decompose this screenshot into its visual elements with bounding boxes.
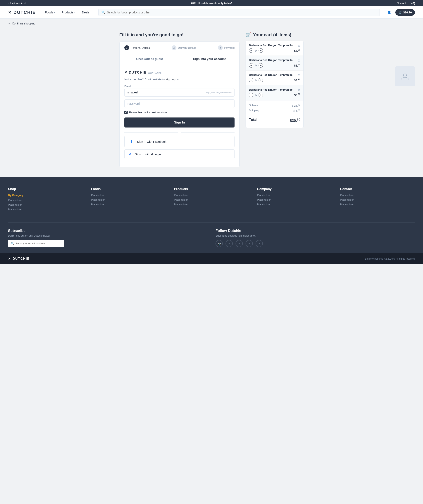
search-bar[interactable]: 🔍 — [98, 9, 380, 16]
cart-icon: 🛒 — [399, 11, 402, 14]
password-input[interactable] — [124, 99, 235, 108]
item-price: $8.90 — [294, 49, 300, 52]
cart-card: Berberana Red Dragon Tempranillo ⊗ − 1x … — [246, 41, 304, 128]
cart-button[interactable]: 🛒 $26.70 — [395, 9, 415, 16]
remove-item-button[interactable]: ⊗ — [298, 44, 300, 48]
divider — [124, 132, 235, 132]
remember-label: Remember me for next sessionn — [129, 111, 167, 114]
qty-increase-button[interactable]: + — [258, 78, 263, 82]
nav-products[interactable]: Products ▾ — [59, 9, 78, 16]
qty-decrease-button[interactable]: − — [249, 48, 253, 53]
password-group — [124, 99, 235, 108]
account-icon[interactable]: 👤 — [386, 9, 393, 16]
footer-shop-subtitle: By Category — [8, 194, 83, 197]
nav-deals[interactable]: Deals — [79, 9, 92, 16]
footer-company-title: Company — [257, 187, 332, 191]
footer-link[interactable]: Placeholder — [257, 198, 332, 201]
copyright-text: Bionic Wireframe Kit 2020 ® All rights r… — [365, 258, 415, 260]
nav: Foods ▾ Products ▾ Deals — [42, 9, 92, 16]
cart-item-name: Berberana Red Dragon Tempranillo — [249, 59, 293, 61]
footer-link[interactable]: Placeholder — [257, 203, 332, 206]
google-signin-button[interactable]: G Sign in with Google — [124, 149, 235, 159]
email-icon[interactable]: ✉ — [246, 240, 253, 247]
remember-checkbox[interactable] — [124, 111, 128, 114]
qty-increase-button[interactable]: + — [258, 93, 263, 97]
cart-item: Berberana Red Dragon Tempranillo ⊗ − 1x … — [246, 85, 303, 100]
footer-link[interactable]: Placeholder — [91, 203, 166, 206]
subscribe-title: Subscribe — [8, 229, 207, 233]
item-price: $8.90 — [294, 78, 300, 82]
step-divider-1 — [151, 48, 170, 48]
footer-copyright: ✕ DUTCHIE Bionic Wireframe Kit 2020 ® Al… — [0, 253, 423, 264]
google-icon: G — [129, 152, 132, 156]
step-2: 2 Delivery Details — [172, 45, 196, 50]
footer-logo-icon: ✕ — [8, 257, 11, 261]
footer-link[interactable]: Placeholder — [91, 198, 166, 201]
cart-item-row: − 1x + $8.90 — [249, 78, 300, 82]
footer-link[interactable]: Placeholder — [257, 194, 332, 197]
logo[interactable]: ✕ DUTCHIE — [8, 10, 36, 15]
footer-link[interactable]: Placeholder — [340, 198, 415, 201]
subscribe-input[interactable] — [16, 242, 61, 245]
footer-link[interactable]: Placeholder — [174, 203, 249, 206]
footer-col-contact: Contact Placeholder Placeholder Placehol… — [340, 187, 415, 212]
main-content: Fill it in and you're good to go! 1 Pers… — [111, 28, 312, 177]
email-input[interactable] — [125, 88, 204, 96]
footer-col-products: Products Placeholder Placeholder Placeho… — [174, 187, 249, 212]
email-icon[interactable]: ✉ — [225, 240, 233, 247]
contact-link[interactable]: Contact — [397, 2, 406, 5]
subscribe-desc: Don't miss out on any Dutchie news! — [8, 234, 207, 237]
footer-link[interactable]: Placeholder — [91, 194, 166, 197]
chevron-down-icon: ▾ — [74, 11, 76, 14]
arrow-icon: → — [176, 78, 179, 81]
facebook-signin-button[interactable]: f Sign in with Facebook — [124, 136, 235, 147]
email-icon[interactable]: ✉ — [256, 240, 263, 247]
step-2-label: Delivery Details — [178, 46, 196, 49]
cart-item-name: Berberana Red Dragon Tempranillo — [249, 44, 293, 47]
footer-col-shop: Shop By Category Placeholder Placeholder… — [8, 187, 83, 212]
faq-link[interactable]: FAQ — [410, 2, 415, 5]
qty-value: 1x — [255, 64, 257, 67]
divider-line-right — [181, 132, 235, 132]
members-badge: members — [148, 71, 162, 74]
remove-item-button[interactable]: ⊗ — [298, 88, 300, 92]
steps-bar: 1 Personal Details 2 Delivery Details 3 … — [120, 42, 239, 54]
cart-item: Berberana Red Dragon Tempranillo ⊗ − 1x … — [246, 71, 303, 85]
sign-in-button[interactable]: Sign In — [124, 117, 235, 127]
item-price: $8.90 — [294, 93, 300, 97]
tab-signin[interactable]: Sign into your account — [179, 54, 239, 64]
back-link[interactable]: ← Continue shopping — [8, 22, 415, 25]
search-input[interactable] — [107, 11, 377, 14]
nav-foods[interactable]: Foods ▾ — [42, 9, 58, 16]
footer-link[interactable]: Placeholder — [174, 198, 249, 201]
footer-link[interactable]: Placeholder — [174, 194, 249, 197]
qty-decrease-button[interactable]: − — [249, 63, 253, 68]
subscribe-input-row: 🔍 — [8, 240, 64, 247]
instagram-icon[interactable]: 📷 — [216, 240, 223, 247]
qty-decrease-button[interactable]: − — [249, 93, 253, 97]
footer-link[interactable]: Placeholder — [340, 194, 415, 197]
remove-item-button[interactable]: ⊗ — [298, 73, 300, 77]
follow-section: Follow Dutchie Eget at ac dapibus felis … — [216, 229, 415, 247]
step-1-num: 1 — [124, 45, 129, 50]
checkout-card: 1 Personal Details 2 Delivery Details 3 … — [119, 42, 240, 167]
email-icon[interactable]: ✉ — [235, 240, 243, 247]
footer-link[interactable]: Placeholder — [8, 203, 83, 206]
signup-prompt: Not a member? Don't hesitate to sign up→ — [124, 78, 235, 81]
divider-line-left — [124, 132, 178, 132]
footer-link[interactable]: Placeholder — [340, 203, 415, 206]
qty-increase-button[interactable]: + — [258, 48, 263, 53]
tab-guest[interactable]: Checkout as guest — [120, 54, 179, 64]
remove-item-button[interactable]: ⊗ — [298, 59, 300, 62]
grand-total-value: $30.60 — [290, 118, 300, 123]
arrow-left-icon: ← — [8, 22, 11, 25]
qty-increase-button[interactable]: + — [258, 63, 263, 68]
checkout-section: Fill it in and you're good to go! 1 Pers… — [119, 32, 240, 167]
cart-title: 🛒 Your cart (4 items) — [246, 32, 304, 37]
cart-item-row: − 1x + $8.90 — [249, 63, 300, 68]
qty-decrease-button[interactable]: − — [249, 78, 253, 82]
footer-link[interactable]: Placeholder — [8, 208, 83, 211]
signup-link[interactable]: sign up — [165, 78, 176, 81]
footer-link[interactable]: Placeholder — [8, 199, 83, 202]
cart-totals: Subtotal $ 26.70 Shipping $ 4.90 Total $… — [246, 100, 303, 128]
